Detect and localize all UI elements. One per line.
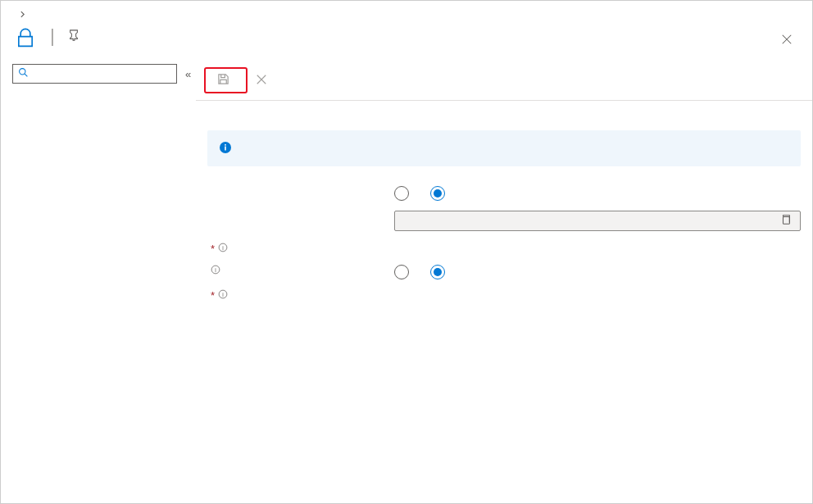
svg-rect-3 [225,144,226,146]
discard-button[interactable] [248,71,280,90]
search-box[interactable] [12,64,177,84]
svg-rect-2 [225,147,226,151]
toolbar [196,61,812,101]
label-select-identity: i [207,265,394,277]
save-icon [217,73,229,88]
svg-rect-4 [783,217,790,225]
svg-text:i: i [222,245,224,251]
info-banner [207,130,801,166]
svg-point-0 [20,69,25,75]
radio-user-assigned[interactable] [430,265,450,279]
save-button-highlight [204,67,248,93]
breadcrumb [1,1,812,22]
info-hint-icon[interactable]: i [218,289,228,302]
svg-text:i: i [215,267,216,273]
title-separator: | [50,25,55,47]
copy-button[interactable] [777,214,795,228]
label-key-vault-key: * i [207,243,394,255]
close-button[interactable] [774,30,799,52]
search-icon [18,67,29,80]
save-button[interactable] [209,70,243,90]
radio-microsoft-managed[interactable] [394,186,414,201]
required-asterisk: * [211,243,215,255]
lock-icon [14,27,37,52]
search-input[interactable] [34,68,171,80]
info-hint-icon[interactable]: i [211,265,220,277]
svg-text:i: i [222,292,224,297]
label-user-identity: * i [207,289,394,302]
current-key-field [394,211,801,231]
required-asterisk: * [211,289,215,302]
chevron-right-icon [19,8,26,20]
sidebar: « [1,61,196,503]
collapse-sidebar-button[interactable]: « [185,68,191,80]
info-icon [219,141,232,157]
info-hint-icon[interactable]: i [218,243,228,255]
close-icon [256,74,267,88]
blade-header: | [1,22,812,61]
radio-customer-managed[interactable] [430,186,450,201]
pin-icon[interactable] [68,30,79,43]
radio-system-assigned[interactable] [394,265,414,279]
